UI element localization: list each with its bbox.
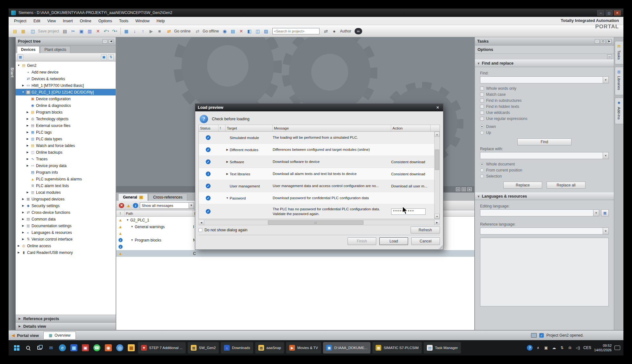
tree-item[interactable]: ▼ ▦ G2_PLC_1 [CPU 1214C DC/DC/Rly] [16, 89, 116, 95]
tree-item[interactable]: ▶ ▥ PLC data types [16, 136, 116, 142]
redo-icon[interactable]: ↷ [111, 27, 118, 35]
menu-item[interactable]: Edit [30, 18, 44, 24]
menu-item[interactable]: View [44, 18, 59, 24]
maximize-button[interactable]: ◻ [606, 10, 613, 16]
tree-item[interactable]: ▶ ⇄ Cross-device functions [16, 209, 116, 216]
copy-icon[interactable]: ▣ [78, 27, 85, 35]
tree-item[interactable]: ▣ Device configuration [16, 95, 116, 102]
find-option-checkbox[interactable]: Whole words only [480, 85, 609, 91]
pinned-app-button[interactable]: ▦ [126, 342, 136, 354]
scroll-left-icon[interactable]: ◀ [199, 220, 204, 225]
scroll-right-icon[interactable]: ▶ [434, 220, 440, 225]
message-filter-select[interactable]: Show all messages ▼ [140, 202, 194, 209]
tree-expander-icon[interactable]: ▶ [21, 238, 25, 241]
tree-expander-icon[interactable]: ▼ [21, 91, 25, 94]
tree-item[interactable]: ▶ ▦ Ungrouped devices [16, 196, 116, 202]
replace-scope-radio[interactable]: From current position [480, 167, 609, 173]
tray-app-icon[interactable]: ▣ [543, 345, 549, 350]
load-preview-row[interactable]: ✓ ▶ Different modules Differences betwee… [199, 144, 434, 156]
tree-expander-icon[interactable]: ▼ [17, 64, 20, 67]
taskbar-app-button[interactable]: ▦ SIMATIC S7-PLCSIM [372, 342, 422, 354]
load-preview-row[interactable]: i ▶ Text libraries Download all alarm te… [199, 168, 434, 180]
language-settings-button[interactable]: ▦ [601, 209, 609, 216]
replace-input[interactable]: ▼ [480, 152, 609, 159]
find-option-checkbox[interactable]: Use wildcards [480, 109, 609, 116]
do-not-show-checkbox[interactable] [198, 228, 202, 232]
teamcenter-button[interactable]: ∞ [355, 28, 363, 34]
row-expander-icon[interactable]: ▼ [226, 197, 229, 200]
tree-expander-icon[interactable]: ▶ [21, 231, 25, 234]
tree-item[interactable]: ▶ ▧ Program blocks [16, 109, 116, 116]
tree-item[interactable]: ▶ ◫ Online backups [16, 149, 116, 156]
load-button[interactable]: Load [379, 237, 408, 245]
pinned-app-button[interactable]: ▣ [81, 342, 90, 354]
tree-item[interactable]: ▶ ∿ Traces [16, 156, 116, 162]
cut-icon[interactable]: ✂ [69, 27, 77, 35]
finish-button[interactable]: Finish [348, 237, 376, 245]
chevron-down-icon[interactable]: ▼ [603, 152, 608, 159]
menu-item[interactable]: Help [153, 18, 168, 24]
menu-item[interactable]: Window [132, 18, 153, 24]
tree-expander-icon[interactable]: ▶ [21, 198, 25, 200]
collapse-panel-icon[interactable]: ◀ [109, 39, 113, 44]
pin-panel-icon[interactable]: ▫ [103, 39, 107, 44]
pinned-app-button[interactable]: ▦ [69, 342, 79, 354]
onedrive-icon[interactable]: ☁ [551, 345, 557, 350]
tree-expander-icon[interactable]: ▶ [26, 191, 29, 194]
load-preview-row[interactable]: ✓ The PLC has no password for confidenti… [199, 204, 434, 219]
replace-all-button[interactable]: Replace all [547, 182, 585, 189]
taskbar-app-button[interactable]: ▶ Movies & TV [286, 342, 321, 354]
tree-tab[interactable]: Devices [17, 46, 40, 53]
compile-icon[interactable]: ▦ [123, 27, 130, 35]
tree-item[interactable]: ▲ PLC supervisions & alarms [16, 176, 116, 182]
float-panel-icon[interactable]: ◻ [601, 39, 606, 44]
action-value[interactable]: Download all user m... [391, 184, 427, 188]
replace-button[interactable]: Replace [503, 182, 542, 189]
find-option-checkbox[interactable]: Find in hidden texts [480, 103, 609, 109]
pinned-app-button[interactable]: ☎ [92, 342, 102, 354]
side-tab[interactable]: ▥ Libraries [615, 67, 623, 95]
tree-expander-icon[interactable]: ▶ [21, 211, 25, 214]
find-replace-section-header[interactable]: ∨ Find and replace [475, 60, 614, 67]
upload-from-device-icon[interactable]: ↑ [139, 27, 147, 35]
tree-expander-icon[interactable]: ▶ [26, 111, 29, 114]
tree-expander-icon[interactable]: ▶ [26, 137, 29, 140]
tree-expander-icon[interactable]: ▶ [26, 144, 29, 147]
stop-cpu-icon[interactable]: ■ [156, 27, 163, 35]
tree-item[interactable]: ▼ ▤ Gen2 [16, 62, 116, 69]
paste-icon[interactable]: ▥ [86, 27, 94, 35]
row-expander-icon[interactable]: ▶ [226, 172, 229, 175]
tree-item[interactable]: ▶ ◆ Security settings [16, 202, 116, 209]
tree-item[interactable]: ▶ ▮ Card Reader/USB memory [16, 249, 116, 256]
tree-expander-icon[interactable]: ▶ [26, 158, 29, 160]
menu-item[interactable]: Project [11, 18, 30, 24]
user-icon[interactable]: ● [330, 27, 338, 35]
action-value[interactable]: ********** [391, 208, 426, 215]
receive-alarms-icon[interactable]: ▤ [229, 27, 237, 35]
tree-expander-icon[interactable]: ▶ [26, 164, 29, 167]
inspector-collapse-icon[interactable]: ▼ [467, 187, 472, 191]
taskbar-app-button[interactable]: ▤ Task Manager [424, 342, 461, 354]
tree-item[interactable]: ▶ ▭ Device proxy data [16, 162, 116, 169]
tree-view-icon[interactable]: ▦ [18, 54, 23, 60]
start-cpu-icon[interactable]: ▶ [147, 27, 155, 35]
updates-icon[interactable]: ⇅ [559, 345, 564, 350]
notifications-icon[interactable] [614, 346, 620, 350]
replace-scope-radio[interactable]: Selection [480, 173, 609, 179]
scrollbar-thumb[interactable]: ||| [268, 220, 363, 225]
taskbar-app-button[interactable]: ↓ Downloads [221, 342, 253, 354]
expand-panel-icon[interactable]: ▶ [607, 39, 612, 44]
cross-reference-icon[interactable]: ⇄ [322, 27, 330, 35]
replace-scope-radio[interactable]: Whole document [480, 161, 609, 167]
new-project-icon[interactable]: ▤ [11, 27, 19, 35]
menu-item[interactable]: Options [95, 18, 116, 24]
tree-expander-icon[interactable]: ▶ [17, 244, 20, 247]
scroll-down-icon[interactable]: ▼ [434, 214, 440, 219]
languages-resources-section-header[interactable]: ∨ Languages & resources [475, 192, 614, 200]
display-icon[interactable] [531, 333, 537, 338]
tree-item[interactable]: ▶ ▤ Watch and force tables [16, 142, 116, 149]
load-preview-row[interactable]: ✓ ▶ Software Download software to device… [199, 156, 434, 168]
undo-icon[interactable]: ↶ [103, 27, 110, 35]
warnings-filter-icon[interactable]: ▲ [126, 203, 131, 208]
task-view-button[interactable] [35, 342, 44, 354]
